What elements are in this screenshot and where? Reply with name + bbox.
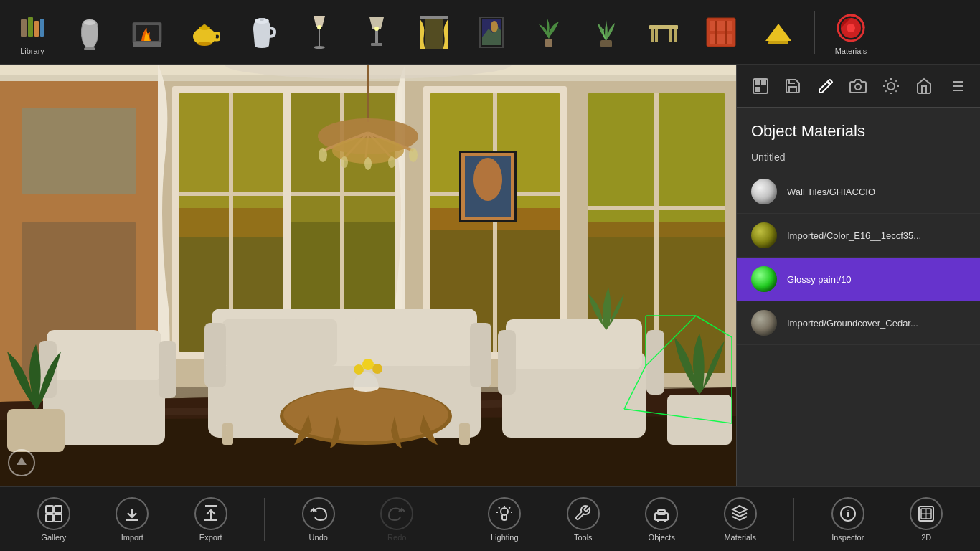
- svg-rect-98: [47, 330, 161, 380]
- svg-rect-26: [600, 40, 612, 47]
- svg-rect-33: [710, 21, 732, 31]
- tools-button[interactable]: Tools: [558, 497, 608, 542]
- svg-point-85: [364, 157, 372, 170]
- top-toolbar: Library: [0, 0, 980, 65]
- svg-rect-93: [204, 323, 226, 387]
- inspector-icon: [831, 497, 864, 530]
- toolbar-fireplace[interactable]: [122, 14, 172, 51]
- svg-point-117: [473, 158, 502, 201]
- toolbar-shelf[interactable]: [696, 14, 746, 51]
- toolbar-vase[interactable]: [65, 14, 115, 51]
- library-icon: [14, 9, 51, 47]
- svg-rect-96: [459, 423, 470, 445]
- import-label: Import: [121, 533, 143, 542]
- inspector-button[interactable]: Inspector: [823, 497, 873, 542]
- tools-label: Tools: [574, 533, 593, 542]
- toolbar-materials[interactable]: Materials: [826, 9, 876, 55]
- svg-point-6: [84, 21, 95, 25]
- material-swatch-groundcover: [751, 310, 777, 336]
- material-swatch-glossy-paint: [751, 266, 777, 292]
- svg-rect-112: [667, 395, 732, 445]
- undo-icon: [302, 497, 335, 530]
- bottom-divider-3: [793, 498, 794, 541]
- toolbar-curtains[interactable]: [409, 14, 459, 51]
- svg-point-131: [855, 84, 861, 90]
- svg-rect-44: [22, 108, 136, 194]
- toolbar-jug[interactable]: [237, 14, 287, 51]
- panel-list-tool[interactable]: [942, 72, 971, 100]
- svg-rect-3: [40, 19, 44, 37]
- svg-rect-20: [420, 16, 448, 19]
- svg-rect-27: [649, 25, 678, 29]
- lighting-icon: [488, 497, 521, 530]
- materials-btn-label: Materials: [724, 533, 756, 542]
- materials-button[interactable]: Materials: [715, 497, 765, 542]
- objects-button[interactable]: Objects: [636, 497, 687, 542]
- svg-point-151: [501, 508, 508, 515]
- svg-point-24: [491, 21, 498, 32]
- undo-label: Undo: [309, 533, 328, 542]
- painting-icon: [473, 14, 510, 51]
- floor-lamp-icon: [301, 14, 338, 51]
- materials-btn-icon: [724, 497, 757, 530]
- redo-label: Redo: [387, 533, 406, 542]
- svg-rect-0: [21, 19, 27, 37]
- svg-rect-29: [674, 29, 677, 42]
- main-content: Object Materials Untitled Wall Tiles/GHI…: [0, 65, 980, 486]
- svg-line-154: [509, 507, 511, 509]
- svg-line-139: [885, 90, 886, 91]
- svg-rect-94: [470, 323, 491, 387]
- room-scene-svg: [0, 65, 736, 486]
- svg-line-153: [499, 507, 500, 509]
- svg-point-81: [319, 148, 327, 162]
- svg-point-132: [887, 83, 895, 90]
- viewport-3d[interactable]: [0, 65, 736, 486]
- export-button[interactable]: Export: [186, 497, 236, 542]
- svg-point-12: [197, 42, 212, 46]
- material-item-glossy-paint[interactable]: Glossy paint/10: [737, 258, 980, 301]
- svg-rect-14: [319, 27, 320, 47]
- svg-rect-34: [710, 34, 732, 44]
- toolbar-table[interactable]: [639, 14, 689, 51]
- redo-icon: [380, 497, 413, 530]
- bottom-divider-1: [264, 498, 265, 541]
- panel-camera-tool[interactable]: [844, 72, 872, 100]
- panel-scene-tool[interactable]: [746, 72, 775, 100]
- svg-point-109: [362, 359, 374, 370]
- material-item-wall-tiles[interactable]: Wall Tiles/GHIACCIO: [737, 170, 980, 214]
- material-item-imported-color[interactable]: Imported/Color_E16__1eccf35...: [737, 214, 980, 258]
- 2d-icon: [910, 497, 943, 530]
- material-swatch-imported-color: [751, 222, 777, 248]
- yellow-object-icon: [760, 14, 797, 51]
- svg-line-140: [895, 80, 896, 81]
- svg-rect-113: [588, 330, 624, 359]
- lighting-button[interactable]: Lighting: [479, 497, 529, 542]
- toolbar-painting[interactable]: [466, 14, 517, 51]
- toolbar-plant1[interactable]: [524, 14, 574, 51]
- panel-paint-tool[interactable]: [811, 72, 840, 100]
- 2d-button[interactable]: 2D: [901, 497, 951, 542]
- toolbar-yellow-obj[interactable]: [753, 14, 804, 51]
- redo-button[interactable]: Redo: [372, 497, 422, 542]
- toolbar-lamp1[interactable]: [294, 14, 344, 51]
- svg-rect-129: [761, 80, 766, 85]
- panel-home-tool[interactable]: [910, 72, 938, 100]
- gallery-button[interactable]: Gallery: [29, 497, 79, 542]
- svg-point-84: [388, 156, 395, 168]
- toolbar-library[interactable]: Library: [7, 9, 57, 55]
- toolbar-plant2[interactable]: [581, 14, 631, 51]
- svg-rect-18: [371, 43, 382, 46]
- toolbar-divider: [814, 11, 815, 54]
- import-button[interactable]: Import: [107, 497, 157, 542]
- svg-rect-28: [651, 29, 654, 42]
- svg-rect-95: [222, 423, 233, 445]
- material-item-groundcover[interactable]: Imported/Groundcover_Cedar...: [737, 301, 980, 345]
- svg-point-82: [409, 148, 418, 162]
- toolbar-teapot[interactable]: [179, 14, 230, 51]
- svg-rect-111: [7, 409, 65, 452]
- panel-light-tool[interactable]: [877, 72, 905, 100]
- panel-save-tool[interactable]: [778, 72, 807, 100]
- toolbar-lamp2[interactable]: [352, 14, 402, 51]
- undo-button[interactable]: Undo: [293, 497, 344, 542]
- gallery-icon: [37, 497, 70, 530]
